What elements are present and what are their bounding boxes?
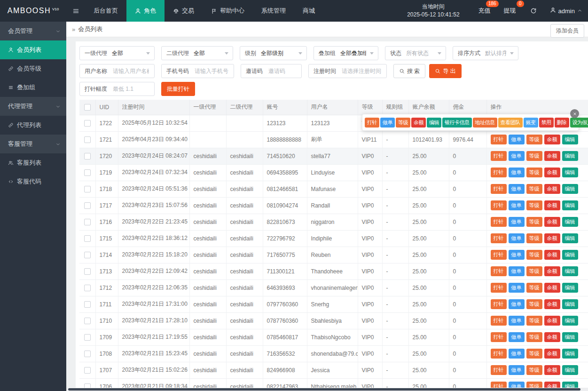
make-order-button[interactable]: 做单 — [509, 299, 525, 309]
row-checkbox[interactable] — [84, 367, 91, 374]
edit-button[interactable]: 编辑 — [562, 250, 578, 260]
recharge-link[interactable]: 充值 186 — [478, 7, 491, 15]
make-order-button[interactable]: 做单 — [509, 316, 525, 326]
level-button[interactable]: 等级 — [526, 332, 542, 342]
level-button[interactable]: 等级 — [526, 349, 542, 359]
inject-button[interactable]: 打针 — [491, 349, 507, 359]
disable-button[interactable]: 禁用 — [539, 118, 554, 128]
balance-button[interactable]: 余额 — [544, 299, 560, 309]
edit-button[interactable]: 编辑 — [562, 184, 578, 194]
edit-button[interactable]: 编辑 — [427, 118, 441, 128]
edit-button[interactable]: 编辑 — [562, 135, 578, 144]
level-button[interactable]: 等级 — [526, 299, 542, 309]
make-order-button[interactable]: 做单 — [509, 349, 525, 359]
level-button[interactable]: 等级 — [526, 365, 542, 375]
row-checkbox[interactable] — [84, 252, 91, 258]
balance-change-button[interactable]: 账变 — [524, 118, 538, 128]
make-order-button[interactable]: 做单 — [509, 382, 525, 388]
edit-button[interactable]: 编辑 — [562, 200, 578, 210]
nav-item-帮助中心[interactable]: 帮助中心 — [203, 0, 253, 22]
make-order-button[interactable]: 做单 — [509, 135, 525, 144]
nav-item-系统管理[interactable]: 系统管理 — [253, 0, 294, 22]
make-order-button[interactable]: 做单 — [380, 118, 395, 128]
balance-button[interactable]: 余额 — [544, 365, 560, 375]
level-button[interactable]: 等级 — [526, 266, 542, 276]
batch-inject-button[interactable]: 批量打针 — [161, 82, 195, 96]
inject-range-field[interactable]: 打针幅度 — [79, 82, 155, 96]
row-checkbox[interactable] — [84, 285, 91, 291]
level-button[interactable]: 等级 — [526, 184, 542, 194]
make-order-button[interactable]: 做单 — [509, 217, 525, 227]
row-checkbox[interactable] — [84, 186, 91, 192]
edit-button[interactable]: 编辑 — [562, 382, 578, 388]
level-button[interactable]: 等级 — [526, 217, 542, 227]
row-checkbox[interactable] — [84, 120, 91, 127]
edit-button[interactable]: 编辑 — [562, 299, 578, 309]
level-button[interactable]: 等级 — [526, 316, 542, 326]
balance-button[interactable]: 余额 — [544, 151, 560, 161]
inject-button[interactable]: 打针 — [491, 382, 507, 388]
inject-button[interactable]: 打针 — [491, 184, 507, 194]
level-button[interactable]: 等级 — [526, 233, 542, 243]
view-team-button[interactable]: 查看团队 — [498, 118, 523, 128]
inject-button[interactable]: 打针 — [365, 118, 379, 128]
agent2-select[interactable]: 二级代理全部 — [161, 46, 233, 60]
export-button[interactable]: 导 出 — [429, 64, 461, 78]
set-as-bot-button[interactable]: 设为假人 — [570, 118, 588, 128]
row-checkbox[interactable] — [84, 318, 91, 324]
row-checkbox[interactable] — [84, 169, 91, 176]
make-order-button[interactable]: 做单 — [509, 184, 525, 194]
inject-button[interactable]: 打针 — [491, 200, 507, 210]
sidebar-item-agent-list[interactable]: 代理列表 — [0, 116, 66, 135]
sidebar-item-member-level[interactable]: 会员等级 — [0, 59, 66, 78]
nav-item-后台首页[interactable]: 后台首页 — [85, 0, 126, 22]
horizontal-scrollbar[interactable] — [66, 388, 588, 391]
phone-field[interactable]: 手机号码 — [161, 64, 234, 78]
phone-field-input[interactable] — [194, 67, 229, 75]
hamburger-icon[interactable] — [66, 0, 85, 22]
edit-button[interactable]: 编辑 — [562, 168, 578, 177]
edit-button[interactable]: 编辑 — [562, 151, 578, 161]
level-button[interactable]: 等级 — [526, 283, 542, 293]
edit-button[interactable]: 编辑 — [562, 365, 578, 375]
row-checkbox[interactable] — [84, 268, 91, 275]
search-button[interactable]: 搜 索 — [393, 64, 425, 78]
edit-button[interactable]: 编辑 — [562, 266, 578, 276]
inject-button[interactable]: 打针 — [491, 365, 507, 375]
edit-button[interactable]: 编辑 — [562, 233, 578, 243]
balance-button[interactable]: 余额 — [544, 316, 560, 326]
make-order-button[interactable]: 做单 — [509, 365, 525, 375]
balance-button[interactable]: 余额 — [544, 200, 560, 210]
balance-button[interactable]: 余额 — [544, 135, 560, 144]
sidebar-item-support-code[interactable]: 客服代码 — [0, 172, 66, 191]
row-checkbox[interactable] — [84, 136, 91, 143]
level-button[interactable]: 等级 — [396, 118, 410, 128]
row-checkbox[interactable] — [84, 235, 91, 242]
address-info-button[interactable]: 地址信息 — [473, 118, 497, 128]
level-button[interactable]: 等级 — [526, 151, 542, 161]
status-select[interactable]: 状态所有状态 — [385, 46, 446, 60]
withdraw-link[interactable]: 提现 0 — [504, 7, 516, 15]
balance-button[interactable]: 余额 — [544, 233, 560, 243]
make-order-button[interactable]: 做单 — [509, 332, 525, 342]
scrollbar-thumb[interactable] — [68, 388, 580, 391]
make-order-button[interactable]: 做单 — [509, 168, 525, 177]
inject-button[interactable]: 打针 — [491, 332, 507, 342]
edit-button[interactable]: 编辑 — [562, 217, 578, 227]
make-order-button[interactable]: 做单 — [509, 151, 525, 161]
edit-button[interactable]: 编辑 — [562, 316, 578, 326]
stack-group-select[interactable]: 叠加组全部叠加组 — [314, 46, 378, 60]
inject-button[interactable]: 打针 — [491, 299, 507, 309]
row-checkbox[interactable] — [84, 219, 91, 225]
make-order-button[interactable]: 做单 — [509, 283, 525, 293]
delete-button[interactable]: 删除 — [555, 118, 569, 128]
row-checkbox[interactable] — [84, 351, 91, 357]
balance-button[interactable]: 余额 — [544, 283, 560, 293]
edit-button[interactable]: 编辑 — [562, 332, 578, 342]
nav-item-商城[interactable]: 商城 — [294, 0, 323, 22]
row-checkbox[interactable] — [84, 334, 91, 341]
make-order-button[interactable]: 做单 — [509, 200, 525, 210]
balance-button[interactable]: 余额 — [411, 118, 426, 128]
sidebar-item-stack-group[interactable]: 叠加组 — [0, 78, 66, 97]
level-select[interactable]: 级别全部级别 — [240, 46, 307, 60]
